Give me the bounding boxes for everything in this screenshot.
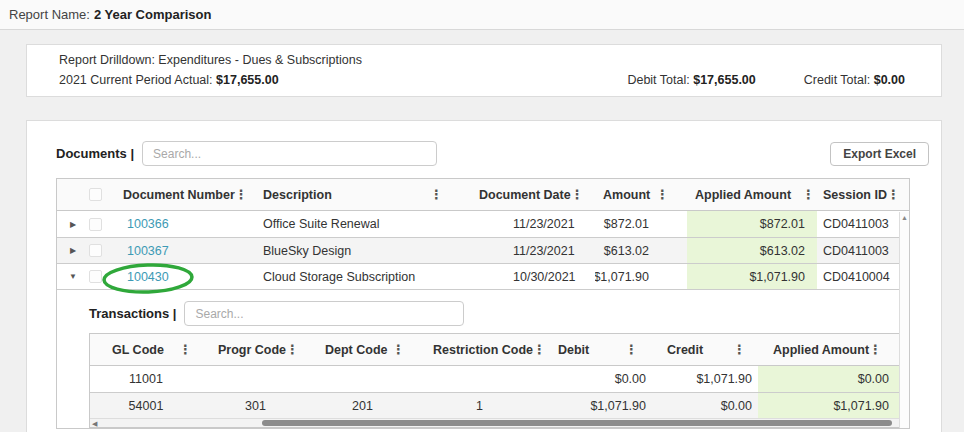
document-applied-amount: $1,071.90 [687,264,817,289]
scroll-left-icon[interactable]: ◀ [90,419,99,428]
transaction-row[interactable]: 54001 301 201 1 $1,071.90 $0.00 $1,071.9… [90,392,908,418]
report-name-label: Report Name: [9,7,90,22]
column-header-dept-code: Dept Code [325,343,388,357]
column-menu-icon[interactable]: ⋮ [733,343,746,356]
column-menu-icon[interactable]: ⋮ [235,188,245,201]
transactions-table: GL Code ⋮ Progr Code ⋮ Dept Code ⋮ Restr… [89,333,909,428]
documents-panel: Documents | Export Excel Document Number… [26,120,942,432]
transactions-toolbar: Transactions | [89,301,909,326]
document-date: 11/23/2021 [473,211,595,237]
transaction-credit: $1,071.90 [650,366,758,392]
column-menu-icon[interactable]: ⋮ [625,343,638,356]
column-header-amount: Amount [603,188,650,202]
column-header-document-number: Document Number [123,188,235,202]
transaction-applied-amount: $0.00 [758,366,906,392]
transactions-section-label: Transactions | [89,306,176,321]
document-detail-panel: Transactions | GL Code ⋮ Progr Code ⋮ De… [57,289,909,428]
transaction-credit: $0.00 [650,393,758,418]
column-header-progr-code: Progr Code [218,343,286,357]
document-amount: $613.02 [595,238,687,263]
transaction-debit: $1,071.90 [543,393,650,418]
document-number-link[interactable]: 100367 [127,244,169,258]
scroll-up-icon[interactable]: ▲ [900,212,909,224]
transaction-debit: $0.00 [543,366,650,392]
column-header-applied-amount: Applied Amount [695,188,791,202]
transaction-row[interactable]: 11001 $0.00 $1,071.90 $0.00 [90,366,908,392]
column-menu-icon[interactable]: ⋮ [802,188,815,201]
debit-total: Debit Total: $17,655.00 [627,73,755,87]
document-applied-amount: $613.02 [687,238,817,263]
column-header-restriction-code: Restriction Code [433,343,533,357]
report-drilldown-panel: Report Drilldown: Expenditures - Dues & … [26,44,942,97]
transactions-table-header: GL Code ⋮ Progr Code ⋮ Dept Code ⋮ Restr… [90,334,908,366]
horizontal-scrollbar[interactable]: ◀ [90,418,908,427]
column-header-session-id: Session ID [823,188,887,202]
transactions-search-input[interactable] [184,301,464,326]
document-number-link[interactable]: 100366 [127,217,169,231]
credit-total: Credit Total: $0.00 [804,73,905,87]
column-header-debit: Debit [558,343,589,357]
transaction-dept-code [309,366,416,392]
column-menu-icon[interactable]: ⋮ [869,343,882,356]
column-menu-icon[interactable]: ⋮ [571,188,584,201]
documents-table-header: Document Number ⋮ Description ⋮ Document… [57,179,909,211]
document-session-id: CD0411003 [817,238,899,263]
column-header-document-date: Document Date [479,188,571,202]
export-excel-button[interactable]: Export Excel [830,142,929,166]
expand-row-icon[interactable]: ▶ [70,220,76,229]
expand-column-header [57,179,89,210]
documents-table: Document Number ⋮ Description ⋮ Document… [56,178,910,429]
report-name-value: 2 Year Comparison [94,7,212,22]
document-description: Cloud Storage Subscription [245,264,473,289]
document-row[interactable]: ▶ 100366 Office Suite Renewal 11/23/2021… [57,211,909,237]
column-menu-icon[interactable]: ⋮ [533,343,543,356]
document-description: BlueSky Design [245,238,473,263]
column-header-applied-amount: Applied Amount [773,343,869,357]
topbar: Report Name: 2 Year Comparison [0,0,964,30]
transaction-applied-amount: $1,071.90 [758,393,906,418]
expand-row-icon[interactable]: ▶ [70,246,76,255]
document-session-id: CD0411003 [817,211,899,237]
document-description: Office Suite Renewal [245,211,473,237]
document-date: 11/23/2021 [473,238,595,263]
column-header-description: Description [263,188,332,202]
row-checkbox[interactable] [89,270,102,283]
column-header-gl-code: GL Code [112,343,164,357]
transaction-restriction-code: 1 [416,393,543,418]
transaction-restriction-code [416,366,543,392]
column-menu-icon[interactable]: ⋮ [286,343,299,356]
column-menu-icon[interactable]: ⋮ [656,188,669,201]
transaction-gl-code: 54001 [90,393,202,418]
horizontal-scrollbar-thumb[interactable] [262,420,892,426]
drilldown-title: Report Drilldown: Expenditures - Dues & … [59,53,362,67]
row-checkbox[interactable] [89,218,102,231]
current-period-actual: 2021 Current Period Actual: $17,655.00 [59,73,362,87]
documents-toolbar: Documents | Export Excel [27,121,941,178]
documents-search-input[interactable] [142,141,437,166]
column-menu-icon[interactable]: ⋮ [392,343,405,356]
transaction-gl-code: 11001 [90,366,202,392]
document-row-expanded[interactable]: ▼ 100430 Cloud Storage Subscription 10/3… [57,263,909,289]
column-menu-icon[interactable]: ⋮ [179,343,192,356]
document-amount: $872.01 [595,211,687,237]
documents-section-label: Documents | [56,146,134,161]
column-header-credit: Credit [667,343,703,357]
document-applied-amount: $872.01 [687,211,817,237]
transaction-progr-code: 301 [202,393,309,418]
collapse-row-icon[interactable]: ▼ [69,272,77,281]
document-session-id: CD0410004 [817,264,899,289]
transaction-dept-code: 201 [309,393,416,418]
document-date: 10/30/2021 [473,264,595,289]
row-checkbox[interactable] [89,244,102,257]
document-amount: $1,071.90 [595,264,687,289]
vertical-scrollbar[interactable]: ▲ [899,212,909,428]
document-row[interactable]: ▶ 100367 BlueSky Design 11/23/2021 $613.… [57,237,909,263]
select-all-checkbox[interactable] [89,188,102,201]
transaction-progr-code [202,366,309,392]
column-menu-icon[interactable]: ⋮ [887,188,899,201]
column-menu-icon[interactable]: ⋮ [430,188,443,201]
document-number-link[interactable]: 100430 [127,270,169,284]
